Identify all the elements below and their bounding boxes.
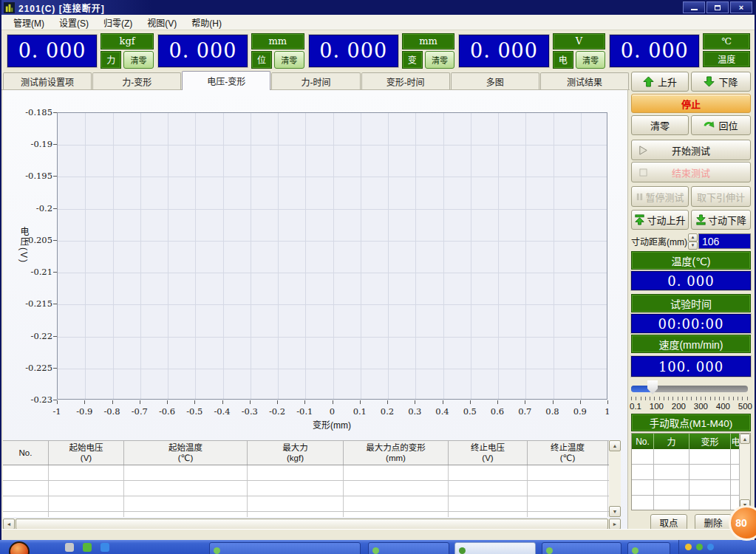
x-tick-label: -0.6	[159, 406, 175, 417]
table-cell	[248, 481, 344, 496]
taskbar-button[interactable]	[209, 542, 361, 554]
mp-table-row[interactable]	[632, 496, 750, 510]
x-tick-label: 0.4	[435, 406, 449, 417]
mp-table-cell	[632, 480, 654, 495]
scroll-down-arrow-icon[interactable]: ▼	[609, 506, 621, 517]
x-tick-label: 0.5	[463, 406, 477, 417]
ruler-tick	[641, 397, 641, 400]
minimize-icon	[691, 9, 698, 10]
readout-display-力: 0. 000	[7, 35, 97, 67]
readout-display-温度: 0. 000	[610, 35, 699, 67]
quick-launch-icon[interactable]	[83, 543, 92, 552]
quick-launch-icon[interactable]	[101, 543, 109, 552]
results-table: No.起始电压(V)起始温度(℃)最大力(kgf)最大力点的变形(mm)终止电压…	[3, 440, 609, 517]
speed-slider[interactable]	[631, 380, 748, 395]
minimize-button[interactable]	[683, 1, 705, 13]
table-row[interactable]	[3, 481, 609, 496]
x-tick-mark	[580, 400, 581, 404]
slider-scale-label: 100	[650, 402, 664, 411]
jog-down-button[interactable]: 寸动下降	[691, 210, 751, 230]
manual-points-scrollbar[interactable]: ▲▼	[739, 434, 750, 510]
tab-电压-变形[interactable]: 电压-变形	[182, 71, 270, 90]
column-unit: (kgf)	[287, 453, 304, 463]
taskbar-button[interactable]	[368, 542, 449, 554]
control-panel: 上升 下降 停止 清零 回位 开始测试 结束测试 暂停测试 取下引伸计	[631, 72, 751, 530]
jog-up-button[interactable]: 寸动上升	[631, 210, 689, 230]
taskbar-button-active[interactable]	[454, 542, 536, 554]
tray-icon[interactable]	[707, 544, 714, 550]
taskbar-item-icon	[372, 547, 379, 554]
column-unit: (V)	[482, 453, 493, 463]
jog-down-arrow-icon	[695, 214, 706, 225]
mp-table-row[interactable]	[632, 465, 750, 480]
gridline	[195, 113, 196, 399]
start-button[interactable]	[9, 541, 30, 554]
scroll-up-arrow-icon[interactable]: ▲	[740, 434, 750, 444]
return-home-button[interactable]: 回位	[691, 115, 751, 135]
table-cell	[124, 512, 248, 517]
x-tick-mark	[415, 400, 415, 404]
clear-button-变[interactable]: 清零	[425, 51, 455, 69]
tray-icon[interactable]	[696, 544, 703, 550]
stop-button[interactable]: 停止	[631, 94, 751, 113]
tab-变形-时间[interactable]: 变形-时间	[361, 72, 450, 89]
results-horizontal-scrollbar[interactable]: ◄ ►	[3, 519, 621, 530]
scroll-right-arrow-icon[interactable]: ►	[609, 519, 621, 530]
menu-item-3[interactable]: 归零(Z)	[96, 15, 140, 30]
menu-item-1[interactable]: 管理(M)	[6, 15, 52, 30]
x-tick-label: -1	[52, 406, 61, 417]
quick-launch-icon[interactable]	[65, 543, 74, 552]
clear-button-力[interactable]: 清零	[123, 51, 154, 69]
menu-item-2[interactable]: 设置(S)	[52, 15, 96, 30]
table-cell	[49, 481, 124, 496]
mp-table-row[interactable]	[632, 449, 750, 465]
table-row[interactable]	[3, 512, 609, 517]
clear-button-电[interactable]: 清零	[576, 51, 606, 69]
table-row[interactable]	[3, 496, 609, 512]
scroll-left-arrow-icon[interactable]: ◄	[3, 519, 15, 530]
x-tick-label: 0.9	[573, 406, 587, 417]
close-button[interactable]: ×	[730, 1, 752, 13]
ruler-tick	[650, 397, 650, 400]
taskbar-button[interactable]	[627, 542, 670, 554]
scroll-up-arrow-icon[interactable]: ▲	[609, 440, 621, 451]
mp-column-变形: 变形	[689, 434, 731, 449]
jog-distance-input[interactable]: 106	[698, 233, 751, 249]
ruler-tick	[723, 397, 724, 400]
menu-item-4[interactable]: 视图(V)	[140, 15, 184, 30]
tab-测试前设置项[interactable]: 测试前设置项	[3, 72, 92, 89]
ruler-tick	[715, 397, 715, 400]
temperature-header: 温度(℃)	[631, 251, 751, 270]
clear-button-位[interactable]: 清零	[274, 51, 304, 69]
tab-力-变形[interactable]: 力-变形	[92, 72, 181, 89]
gridline	[140, 113, 141, 399]
crosshead-up-button[interactable]: 上升	[631, 72, 689, 92]
zero-button[interactable]: 清零	[631, 115, 689, 135]
results-vertical-scrollbar[interactable]: ▲ ▼	[609, 440, 621, 517]
mp-table-row[interactable]	[632, 480, 750, 496]
unit-label: V	[553, 33, 606, 49]
tab-测试结果[interactable]: 测试结果	[540, 72, 629, 89]
y-tick-mark	[53, 272, 57, 273]
crosshead-down-button[interactable]: 下降	[691, 72, 751, 92]
tray-icon[interactable]	[685, 544, 692, 550]
tab-力-时间[interactable]: 力-时间	[271, 72, 360, 89]
table-cell	[248, 512, 344, 517]
ruler-tick	[654, 397, 655, 400]
manual-points-header: 手动取点(M1-M40)	[631, 414, 751, 431]
table-row[interactable]	[3, 465, 609, 481]
column-unit: (℃)	[560, 453, 576, 463]
tab-多图[interactable]: 多图	[451, 72, 539, 89]
slider-thumb[interactable]	[647, 380, 658, 394]
table-cell	[248, 496, 344, 511]
spinner-down-icon[interactable]: ▼	[688, 242, 698, 250]
restore-button[interactable]	[706, 1, 729, 13]
remove-extensometer-button[interactable]: 取下引伸计	[691, 186, 751, 207]
start-test-button[interactable]: 开始测试	[631, 140, 751, 160]
taskbar-button[interactable]	[542, 542, 622, 554]
pause-test-button[interactable]: 暂停测试	[631, 186, 689, 207]
spinner-up-icon[interactable]: ▲	[688, 233, 698, 242]
scrollbar-thumb[interactable]	[16, 519, 608, 530]
end-test-button[interactable]: 结束测试	[631, 162, 751, 182]
menu-item-5[interactable]: 帮助(H)	[184, 15, 229, 30]
